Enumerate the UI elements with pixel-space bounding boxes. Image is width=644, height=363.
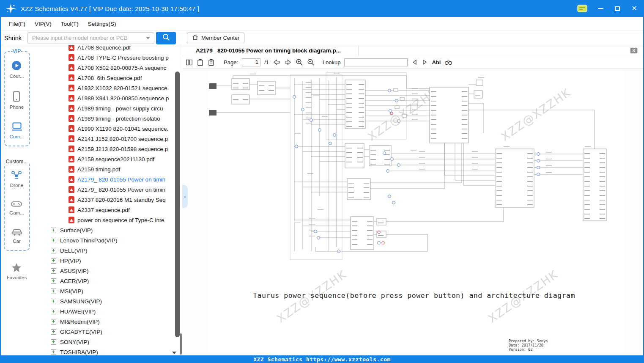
- lookup-input[interactable]: [344, 58, 408, 66]
- vip-card-icon[interactable]: [577, 4, 587, 13]
- tree-file-label: A1989 timing - protection isolatio: [77, 116, 160, 122]
- search-input[interactable]: [32, 35, 143, 41]
- facing-pages-icon[interactable]: [186, 59, 193, 66]
- sidebar-item-course[interactable]: Cour...: [10, 60, 24, 79]
- tree-folder-item[interactable]: +SONY(VIP): [33, 337, 182, 347]
- maximize-button[interactable]: [614, 5, 621, 12]
- tree-file-item[interactable]: A1708 TYPE-C Pressure boosting p: [33, 52, 182, 63]
- sidebar-item-car[interactable]: Car: [11, 228, 23, 244]
- find-previous-icon[interactable]: [411, 59, 418, 66]
- page-label: Page:: [224, 59, 238, 66]
- tree-file-item[interactable]: A1989 timing - protection isolatio: [33, 113, 182, 124]
- expand-plus-icon[interactable]: +: [51, 258, 56, 264]
- sidebar-item-favorites[interactable]: Favorites: [7, 263, 27, 280]
- tree-folder-item[interactable]: +MSI(VIP): [33, 286, 182, 296]
- tree-folder-label: ASUS(VIP): [60, 268, 89, 274]
- tree-folder-item[interactable]: +Lenovo ThinkPad(VIP): [33, 235, 182, 245]
- menu-settings[interactable]: Settings(S): [83, 19, 121, 29]
- shrink-button[interactable]: Shrink: [4, 35, 22, 41]
- tree-folder-item[interactable]: +DELL(VIP): [33, 245, 182, 256]
- tree-file-item[interactable]: A2159 timing.pdf: [33, 164, 182, 174]
- tree-folder-item[interactable]: +GIGABYTE(VIP): [33, 327, 182, 337]
- expand-plus-icon[interactable]: +: [51, 268, 56, 274]
- content-area: -VIP- Cour... Phone: [1, 45, 643, 355]
- tree-file-item[interactable]: A1708 X502 820-00875-A sequenc: [33, 63, 182, 73]
- expand-plus-icon[interactable]: +: [51, 228, 56, 233]
- tree-folder-item[interactable]: +MI&Redmi(VIP): [33, 316, 182, 327]
- page-number-input[interactable]: [242, 58, 260, 66]
- pdf-icon: [69, 64, 74, 71]
- tree-file-item[interactable]: A2179_ 820-01055 Power on timin: [33, 184, 182, 195]
- text-select-tool[interactable]: Abi: [432, 59, 441, 66]
- tree-folder-item[interactable]: +ASUS(VIP): [33, 266, 182, 276]
- tree-file-item[interactable]: A2179_ 820-01055 Power on timin: [33, 174, 182, 184]
- tree-file-item[interactable]: A1989 X941 820-00850 sequence.p: [33, 93, 182, 103]
- sidebar-item-game[interactable]: Gam...: [9, 200, 24, 215]
- expand-plus-icon[interactable]: +: [51, 339, 56, 345]
- expand-plus-icon[interactable]: +: [51, 329, 56, 335]
- sidebar-item-computer[interactable]: Com...: [10, 122, 24, 139]
- tree-file-item[interactable]: A1708_6th Sequence.pdf: [33, 73, 182, 83]
- collapse-panel-handle[interactable]: ‹: [182, 185, 188, 208]
- expand-plus-icon[interactable]: +: [51, 309, 56, 314]
- minimize-button[interactable]: [597, 5, 604, 12]
- expand-plus-icon[interactable]: +: [51, 238, 56, 243]
- tree-file-item[interactable]: A1708 Sequence.pdf: [33, 45, 182, 52]
- close-document-icon[interactable]: [630, 47, 638, 54]
- tree-file-item[interactable]: A2159 sequence20211130.pdf: [33, 154, 182, 164]
- tree-file-label: A2179_ 820-01055 Power on timin: [77, 187, 165, 193]
- sidebar-item-phone[interactable]: Phone: [10, 91, 24, 110]
- close-button[interactable]: ✕: [630, 5, 638, 12]
- zoom-out-icon[interactable]: [307, 58, 315, 66]
- clipboard-icon[interactable]: [197, 59, 204, 66]
- zoom-in-icon[interactable]: [296, 58, 303, 66]
- copy-page-icon[interactable]: [208, 59, 215, 66]
- search-button[interactable]: [156, 32, 176, 44]
- scroll-down-chevron-icon[interactable]: [172, 352, 176, 354]
- tree-folder-item[interactable]: +HP(VIP): [33, 256, 182, 266]
- tree-file-item[interactable]: A2337 820-02016 M1 standby Seq: [33, 195, 182, 205]
- tree-scrollbar-thumb[interactable]: [175, 72, 180, 337]
- tree-file-item[interactable]: A2159 J213 820-01598 sequence.p: [33, 144, 182, 154]
- tree-file-item[interactable]: power on sequence of Type-C inte: [33, 215, 182, 225]
- sidebar-item-drone[interactable]: Drone: [10, 170, 23, 188]
- tree-file-label: A1932 X1032 820-01521 sequence.: [77, 85, 169, 91]
- tree-folder-label: GIGABYTE(VIP): [60, 329, 102, 335]
- expand-plus-icon[interactable]: +: [51, 289, 56, 294]
- laptop-icon: [11, 122, 22, 132]
- tree-file-item[interactable]: A2337 sequence.pdf: [33, 205, 182, 215]
- pdf-icon: [69, 206, 74, 213]
- chevron-down-icon[interactable]: [146, 37, 150, 39]
- tree-folder-item[interactable]: +ACER(VIP): [33, 276, 182, 286]
- pdf-icon: [69, 135, 74, 142]
- tree-folder-item[interactable]: +Surface(VIP): [33, 225, 182, 235]
- tree-folder-item[interactable]: +TOSHIBA(VIP): [33, 347, 182, 355]
- model-search-combobox[interactable]: [27, 32, 154, 44]
- find-next-icon[interactable]: [422, 59, 428, 66]
- menu-file[interactable]: File(F): [4, 19, 30, 29]
- menu-vip[interactable]: VIP(V): [30, 19, 56, 29]
- tree-folder-item[interactable]: +SAMSUNG(VIP): [33, 296, 182, 306]
- expand-plus-icon[interactable]: +: [51, 349, 56, 355]
- tree-file-item[interactable]: A1989 timing - power supply circu: [33, 103, 182, 113]
- expand-plus-icon[interactable]: +: [51, 299, 56, 304]
- previous-page-icon[interactable]: [273, 59, 280, 66]
- member-center-button[interactable]: Member Center: [187, 33, 244, 43]
- tree-file-item[interactable]: A2141 J152 820-01700 sequence.p: [33, 134, 182, 144]
- expand-plus-icon[interactable]: +: [51, 248, 56, 253]
- app-window: XZZ Schematics V4.77 [ VIP Due date: 202…: [0, 0, 644, 363]
- phone-icon: [12, 91, 21, 103]
- expand-plus-icon[interactable]: +: [51, 278, 56, 284]
- next-page-icon[interactable]: [284, 59, 292, 66]
- menu-tool[interactable]: Tool(T): [56, 19, 83, 29]
- tree-folder-item[interactable]: +HUAWEI(VIP): [33, 306, 182, 316]
- expand-plus-icon[interactable]: +: [51, 319, 56, 324]
- binoculars-icon[interactable]: [444, 59, 452, 66]
- pdf-viewport[interactable]: XZZ@XZZHK XZZ@XZZHK XZZ@XZZHK XZZ@XZZHK …: [182, 69, 643, 355]
- tree-folder-label: TOSHIBA(VIP): [60, 349, 98, 355]
- tree-file-label: A2337 sequence.pdf: [77, 207, 130, 213]
- document-tab[interactable]: A2179_ 820-01055 Power on timing block d…: [182, 45, 359, 56]
- pdf-icon: [69, 166, 74, 173]
- tree-file-item[interactable]: A1932 X1032 820-01521 sequence.: [33, 83, 182, 93]
- tree-file-item[interactable]: A1990 X1190 820-01041 sequence.: [33, 124, 182, 134]
